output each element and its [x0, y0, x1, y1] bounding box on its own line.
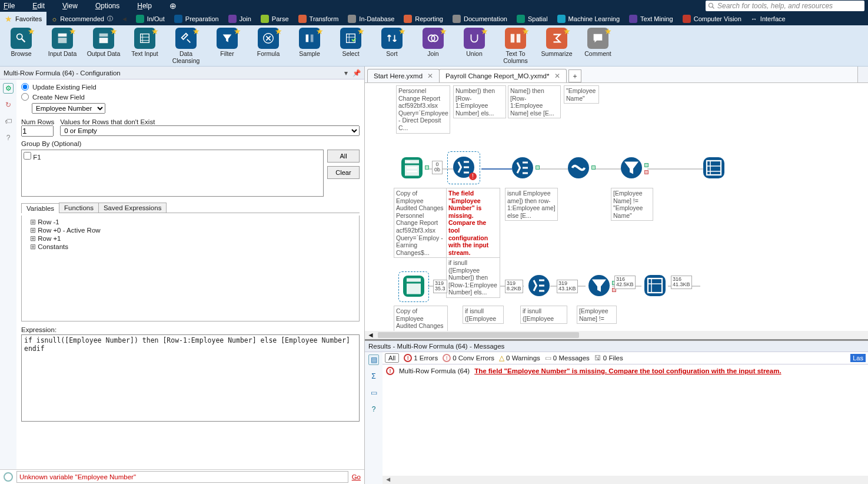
palette-tool-browse[interactable]: ★Browse — [1, 28, 41, 57]
tab-variables[interactable]: Variables — [21, 203, 59, 213]
cat-favorites[interactable]: ★Favorites — [0, 12, 46, 25]
cat-parse[interactable]: Parse — [256, 12, 294, 25]
tree-row-minus1[interactable]: Row -1 — [24, 218, 357, 226]
cat-textmining[interactable]: Text Mining — [624, 12, 678, 25]
results-title: Results - Multi-Row Formula (64) - Messa… — [365, 341, 868, 352]
cat-transform[interactable]: Transform — [294, 12, 344, 25]
stat-conv[interactable]: !0 Conv Errors — [443, 354, 494, 362]
tag-icon[interactable]: 🏷 — [3, 116, 14, 127]
palette-tool-summarize[interactable]: ★Summarize — [537, 28, 577, 57]
palette-tool-select[interactable]: ★Select — [331, 28, 371, 57]
workflow-tab-1[interactable]: Payroll Change Report_MO.yxmd*✕ — [439, 69, 566, 82]
workflow-canvas[interactable]: Personnel Change Report acf592bf3.xlsx Q… — [365, 83, 868, 340]
variable-tree[interactable]: Row -1 Row +0 - Active Row Row +1 Consta… — [21, 216, 360, 321]
help-icon[interactable]: ? — [368, 404, 379, 415]
workflow-tab-0[interactable]: Start Here.yxmd✕ — [367, 69, 440, 82]
results-row[interactable]: ! Multi-Row Formula (64) The field "Empl… — [386, 367, 864, 375]
cat-preparation[interactable]: Preparation — [169, 12, 224, 25]
radio-update-field[interactable]: Update Existing Field — [21, 83, 360, 91]
input-data-icon[interactable] — [403, 276, 424, 297]
multirow-formula-icon[interactable] — [528, 275, 550, 296]
btn-all[interactable]: All — [327, 150, 360, 163]
groupby-listbox[interactable]: F1 — [21, 150, 324, 197]
stat-errors[interactable]: !1 Errors — [404, 354, 438, 362]
refresh-icon[interactable]: ↻ — [3, 100, 14, 110]
palette-tool-filter[interactable]: ★Filter — [207, 28, 247, 57]
select-icon[interactable] — [644, 275, 666, 296]
status-ok-icon — [4, 472, 13, 482]
input-data-icon[interactable] — [401, 157, 423, 178]
results-view-grid-icon[interactable]: ▤ — [368, 354, 379, 365]
palette-tool-sample[interactable]: ★Sample — [290, 28, 330, 57]
sigma-icon[interactable]: Σ — [368, 371, 379, 382]
cat-indatabase[interactable]: In-Database — [343, 12, 399, 25]
cat-reporting[interactable]: Reporting — [399, 12, 448, 25]
filter-all[interactable]: All — [385, 353, 399, 363]
tree-constants[interactable]: Constants — [24, 243, 357, 251]
stat-warn[interactable]: △0 Warnings — [499, 354, 540, 362]
results-error-message[interactable]: The field "Employee Number" is missing. … — [474, 367, 781, 374]
menu-edit[interactable]: Edit — [32, 2, 45, 10]
palette-tool-comment[interactable]: ★Comment — [578, 28, 618, 57]
palette-tool-input-data[interactable]: ★Input Data — [42, 28, 82, 57]
page-icon[interactable]: ▭ — [368, 387, 379, 398]
multirow-formula-icon[interactable] — [512, 157, 533, 178]
filter-icon[interactable] — [621, 157, 642, 178]
palette-tool-union[interactable]: ★Union — [454, 28, 494, 57]
last-button[interactable]: Las — [850, 354, 866, 362]
cat-interface[interactable]: ↔Interface — [746, 12, 790, 25]
cat-spatial[interactable]: Spatial — [512, 12, 553, 25]
palette-tool-output-data[interactable]: ★Output Data — [84, 28, 124, 57]
menu-options[interactable]: Options — [95, 2, 119, 10]
add-tab-button[interactable]: ＋ — [568, 69, 581, 82]
radio-create-field[interactable]: Create New Field — [21, 93, 360, 101]
menu-file[interactable]: File — [4, 2, 15, 10]
values-select[interactable]: 0 or Empty — [60, 125, 360, 136]
field-select[interactable]: Employee Number — [32, 103, 105, 114]
close-icon[interactable]: ✕ — [554, 72, 560, 80]
cat-inout[interactable]: In/Out — [131, 12, 169, 25]
btn-clear[interactable]: Clear — [327, 166, 360, 179]
tab-functions[interactable]: Functions — [59, 203, 99, 213]
go-link[interactable]: Go — [352, 473, 361, 480]
gear-icon[interactable]: ⚙ — [3, 83, 14, 94]
cat-recommended[interactable]: ☼Recommendedⓘ — [46, 12, 118, 25]
node-label: Number]) then [Row-1:Employee Number] el… — [453, 85, 506, 118]
tree-row-0[interactable]: Row +0 - Active Row — [24, 226, 357, 234]
tree-row-plus1[interactable]: Row +1 — [24, 234, 357, 243]
filter-icon[interactable] — [588, 275, 610, 296]
stat-files[interactable]: 🖫0 Files — [594, 354, 623, 362]
cat-ml[interactable]: Machine Learning — [553, 12, 624, 25]
dropdown-icon[interactable]: ▾ — [344, 69, 348, 77]
help-icon[interactable]: ? — [3, 132, 14, 143]
palette-tool-formula[interactable]: ★Formula — [248, 28, 288, 57]
cat-cv[interactable]: Computer Vision — [678, 12, 746, 25]
expression-box[interactable]: if isnull([Employee Number]) then [Row-1… — [21, 334, 360, 422]
global-search[interactable]: Search for tools, help, and resources — [706, 1, 864, 11]
stat-msgs[interactable]: ▭0 Messages — [545, 354, 590, 362]
palette-tool-sort[interactable]: ★Sort — [372, 28, 412, 57]
numrows-input[interactable] — [21, 125, 54, 137]
results-scrollbar-h[interactable]: ◄ — [383, 476, 868, 484]
favorite-star-icon: ★ — [357, 26, 365, 36]
select-icon[interactable] — [703, 157, 724, 178]
favorite-star-icon: ★ — [69, 26, 77, 36]
palette-tool-data-cleansing[interactable]: ★Data Cleansing — [166, 28, 206, 64]
palette-tool-join[interactable]: ★Join — [413, 28, 453, 57]
multirow-formula-icon[interactable]: ! — [453, 157, 474, 178]
cat-documentation[interactable]: Documentation — [448, 12, 512, 25]
close-icon[interactable]: ✕ — [427, 72, 433, 80]
pin-icon[interactable]: 📌 — [352, 69, 361, 77]
menu-help[interactable]: Help — [137, 2, 152, 10]
stats-badge: 316 41.3KB — [671, 276, 692, 289]
formula-icon[interactable] — [568, 157, 589, 178]
palette-tool-text-to-columns[interactable]: ★Text To Columns — [495, 28, 536, 64]
globe-icon[interactable]: ⊕ — [169, 1, 177, 11]
menu-view[interactable]: View — [62, 2, 78, 10]
tab-saved[interactable]: Saved Expressions — [98, 203, 167, 213]
palette-tool-text-input[interactable]: ★Text Input — [125, 28, 165, 57]
canvas-scrollbar-h[interactable]: ◄ — [365, 331, 868, 339]
svg-rect-15 — [511, 34, 514, 43]
cat-chevron-left[interactable]: ◄ — [118, 12, 131, 25]
cat-join[interactable]: Join — [224, 12, 256, 25]
